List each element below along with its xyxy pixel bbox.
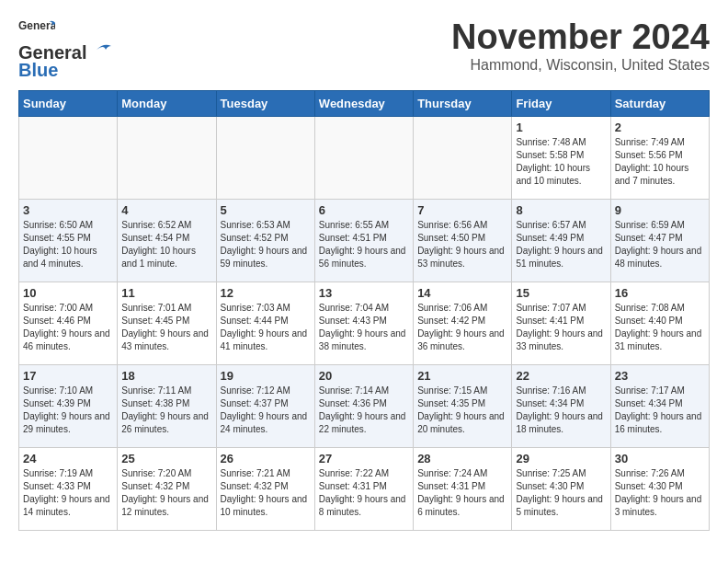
day-number: 16 [615,286,705,300]
day-number: 20 [319,369,409,383]
cell-info: Sunrise: 7:10 AM Sunset: 4:39 PM Dayligh… [23,385,113,436]
calendar-cell: 4Sunrise: 6:52 AM Sunset: 4:54 PM Daylig… [118,200,216,282]
day-number: 4 [121,203,211,217]
day-number: 21 [417,369,507,383]
day-number: 27 [319,452,409,465]
header-day-tuesday: Tuesday [216,91,314,117]
calendar-table: SundayMondayTuesdayWednesdayThursdayFrid… [18,90,710,531]
week-row-2: 3Sunrise: 6:50 AM Sunset: 4:55 PM Daylig… [19,200,710,282]
cell-info: Sunrise: 7:25 AM Sunset: 4:30 PM Dayligh… [516,467,606,519]
cell-info: Sunrise: 7:08 AM Sunset: 4:40 PM Dayligh… [615,302,705,353]
calendar-cell: 28Sunrise: 7:24 AM Sunset: 4:31 PM Dayli… [414,448,512,531]
day-number: 28 [417,452,507,465]
calendar-cell [216,117,314,200]
cell-info: Sunrise: 7:12 AM Sunset: 4:37 PM Dayligh… [221,385,311,436]
day-number: 15 [516,286,606,300]
day-number: 12 [221,286,311,300]
day-number: 23 [615,369,705,383]
day-number: 9 [615,203,705,217]
day-number: 7 [417,203,507,217]
cell-info: Sunrise: 7:15 AM Sunset: 4:35 PM Dayligh… [417,385,507,436]
week-row-5: 24Sunrise: 7:19 AM Sunset: 4:33 PM Dayli… [19,448,710,531]
header: General General Blue November 2024 Hammo… [18,18,710,81]
day-number: 30 [615,452,705,465]
cell-info: Sunrise: 7:49 AM Sunset: 5:56 PM Dayligh… [615,136,705,188]
calendar-cell [118,117,216,200]
cell-info: Sunrise: 7:20 AM Sunset: 4:32 PM Dayligh… [121,467,211,519]
calendar-cell: 24Sunrise: 7:19 AM Sunset: 4:33 PM Dayli… [19,448,118,531]
header-day-friday: Friday [512,91,610,117]
svg-text:General: General [18,19,55,32]
cell-info: Sunrise: 7:17 AM Sunset: 4:34 PM Dayligh… [615,385,705,436]
cell-info: Sunrise: 7:06 AM Sunset: 4:42 PM Dayligh… [417,302,507,353]
calendar-cell: 3Sunrise: 6:50 AM Sunset: 4:55 PM Daylig… [19,200,118,282]
calendar-cell: 30Sunrise: 7:26 AM Sunset: 4:30 PM Dayli… [610,448,709,531]
calendar-header: SundayMondayTuesdayWednesdayThursdayFrid… [19,91,710,117]
cell-info: Sunrise: 7:26 AM Sunset: 4:30 PM Dayligh… [615,467,705,519]
calendar-cell: 13Sunrise: 7:04 AM Sunset: 4:43 PM Dayli… [314,282,413,365]
calendar-cell: 12Sunrise: 7:03 AM Sunset: 4:44 PM Dayli… [216,282,314,365]
cell-info: Sunrise: 7:03 AM Sunset: 4:44 PM Dayligh… [221,302,311,353]
calendar-cell: 5Sunrise: 6:53 AM Sunset: 4:52 PM Daylig… [216,200,314,282]
calendar-cell: 11Sunrise: 7:01 AM Sunset: 4:45 PM Dayli… [118,282,216,365]
calendar-cell: 16Sunrise: 7:08 AM Sunset: 4:40 PM Dayli… [610,282,709,365]
calendar-cell: 1Sunrise: 7:48 AM Sunset: 5:58 PM Daylig… [512,117,610,200]
calendar-cell: 2Sunrise: 7:49 AM Sunset: 5:56 PM Daylig… [610,117,709,200]
cell-info: Sunrise: 7:48 AM Sunset: 5:58 PM Dayligh… [516,136,606,188]
day-number: 6 [319,203,409,217]
title-section: November 2024 Hammond, Wisconsin, United… [451,18,710,74]
calendar-body: 1Sunrise: 7:48 AM Sunset: 5:58 PM Daylig… [19,117,710,531]
cell-info: Sunrise: 6:53 AM Sunset: 4:52 PM Dayligh… [221,219,311,270]
calendar-cell: 14Sunrise: 7:06 AM Sunset: 4:42 PM Dayli… [414,282,512,365]
cell-info: Sunrise: 7:11 AM Sunset: 4:38 PM Dayligh… [121,385,211,436]
calendar-cell: 6Sunrise: 6:55 AM Sunset: 4:51 PM Daylig… [314,200,413,282]
calendar-cell: 27Sunrise: 7:22 AM Sunset: 4:31 PM Dayli… [314,448,413,531]
header-row: SundayMondayTuesdayWednesdayThursdayFrid… [19,91,710,117]
logo: General General Blue [18,18,115,81]
header-day-wednesday: Wednesday [314,91,413,117]
cell-info: Sunrise: 7:14 AM Sunset: 4:36 PM Dayligh… [319,385,409,436]
calendar-cell: 15Sunrise: 7:07 AM Sunset: 4:41 PM Dayli… [512,282,610,365]
cell-info: Sunrise: 7:04 AM Sunset: 4:43 PM Dayligh… [319,302,409,353]
calendar-cell [414,117,512,200]
day-number: 26 [221,452,311,465]
day-number: 17 [23,369,113,383]
cell-info: Sunrise: 6:57 AM Sunset: 4:49 PM Dayligh… [516,219,606,270]
calendar-cell: 9Sunrise: 6:59 AM Sunset: 4:47 PM Daylig… [610,200,709,282]
calendar-cell: 26Sunrise: 7:21 AM Sunset: 4:32 PM Dayli… [216,448,314,531]
day-number: 18 [121,369,211,383]
day-number: 10 [23,286,113,300]
calendar-cell: 22Sunrise: 7:16 AM Sunset: 4:34 PM Dayli… [512,365,610,448]
week-row-4: 17Sunrise: 7:10 AM Sunset: 4:39 PM Dayli… [19,365,710,448]
logo-blue: Blue [18,60,58,81]
calendar-cell [19,117,118,200]
calendar-cell: 19Sunrise: 7:12 AM Sunset: 4:37 PM Dayli… [216,365,314,448]
day-number: 3 [23,203,113,217]
calendar-cell: 29Sunrise: 7:25 AM Sunset: 4:30 PM Dayli… [512,448,610,531]
cell-info: Sunrise: 7:01 AM Sunset: 4:45 PM Dayligh… [121,302,211,353]
cell-info: Sunrise: 6:56 AM Sunset: 4:50 PM Dayligh… [417,219,507,270]
cell-info: Sunrise: 6:50 AM Sunset: 4:55 PM Dayligh… [23,219,113,270]
location-title: Hammond, Wisconsin, United States [451,57,710,74]
calendar-cell: 18Sunrise: 7:11 AM Sunset: 4:38 PM Dayli… [118,365,216,448]
week-row-1: 1Sunrise: 7:48 AM Sunset: 5:58 PM Daylig… [19,117,710,200]
day-number: 24 [23,452,113,465]
cell-info: Sunrise: 6:59 AM Sunset: 4:47 PM Dayligh… [615,219,705,270]
day-number: 13 [319,286,409,300]
calendar-cell [314,117,413,200]
month-title: November 2024 [451,18,710,57]
header-day-thursday: Thursday [414,91,512,117]
calendar-cell: 25Sunrise: 7:20 AM Sunset: 4:32 PM Dayli… [118,448,216,531]
day-number: 14 [417,286,507,300]
calendar-cell: 21Sunrise: 7:15 AM Sunset: 4:35 PM Dayli… [414,365,512,448]
day-number: 22 [516,369,606,383]
cell-info: Sunrise: 7:00 AM Sunset: 4:46 PM Dayligh… [23,302,113,353]
header-day-monday: Monday [118,91,216,117]
day-number: 29 [516,452,606,465]
calendar-cell: 17Sunrise: 7:10 AM Sunset: 4:39 PM Dayli… [19,365,118,448]
cell-info: Sunrise: 6:52 AM Sunset: 4:54 PM Dayligh… [121,219,211,270]
cell-info: Sunrise: 7:07 AM Sunset: 4:41 PM Dayligh… [516,302,606,353]
cell-info: Sunrise: 7:19 AM Sunset: 4:33 PM Dayligh… [23,467,113,519]
cell-info: Sunrise: 7:21 AM Sunset: 4:32 PM Dayligh… [221,467,311,519]
calendar-cell: 10Sunrise: 7:00 AM Sunset: 4:46 PM Dayli… [19,282,118,365]
